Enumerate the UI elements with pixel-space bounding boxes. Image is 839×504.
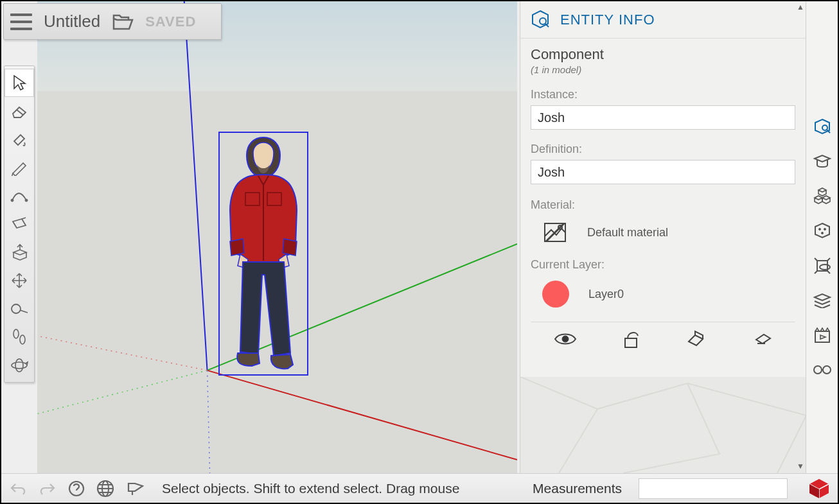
svg-point-22 (822, 125, 827, 130)
pencil-tool[interactable] (4, 153, 34, 182)
svg-point-23 (818, 229, 820, 230)
panel-scroll-up-icon[interactable]: ▲ (795, 3, 806, 12)
material-name: Default material (587, 226, 668, 239)
layer-label: Current Layer: (531, 258, 795, 272)
panel-footer (520, 377, 806, 473)
status-hint: Select objects. Shift to extend select. … (162, 481, 459, 496)
svg-rect-21 (625, 338, 637, 347)
svg-point-14 (15, 359, 23, 372)
help-icon[interactable] (68, 480, 85, 497)
svg-rect-27 (815, 331, 829, 342)
layer-color-swatch[interactable] (542, 281, 569, 308)
svg-point-12 (13, 329, 19, 338)
svg-point-15 (12, 362, 27, 369)
language-icon[interactable] (96, 480, 114, 498)
figure-josh[interactable] (221, 134, 306, 374)
panel-tabs-rail (806, 1, 838, 473)
material-label: Material: (531, 198, 795, 212)
svg-point-26 (820, 265, 830, 270)
model-viewport[interactable] (37, 1, 517, 473)
move-tool[interactable] (4, 266, 34, 295)
scenes-tab[interactable] (809, 322, 835, 348)
default-material-icon[interactable] (542, 221, 568, 244)
panel-header: ENTITY INFO (520, 1, 806, 39)
title-bar: Untitled SAVED (3, 3, 222, 40)
svg-point-9 (11, 199, 13, 202)
measurements-label: Measurements (533, 481, 622, 496)
saved-indicator: SAVED (145, 13, 196, 30)
menu-icon[interactable] (10, 13, 32, 30)
svg-point-29 (823, 366, 831, 374)
status-left (9, 480, 144, 498)
instance-input[interactable] (531, 105, 795, 130)
panel-scroll-down-icon[interactable]: ▼ (795, 462, 806, 471)
svg-point-28 (814, 366, 822, 374)
rectangle-tool[interactable] (4, 210, 34, 238)
instructor-tab[interactable] (809, 149, 835, 175)
svg-point-16 (540, 18, 546, 24)
layers-tab[interactable] (809, 288, 835, 313)
entity-info-icon (529, 9, 551, 31)
svg-point-24 (824, 229, 826, 230)
walk-tool[interactable] (4, 323, 34, 351)
tool-palette (4, 65, 35, 383)
shadows-cast-icon[interactable] (752, 331, 773, 347)
paint-tool[interactable] (4, 125, 34, 153)
shadows-receive-icon[interactable] (686, 330, 707, 348)
components-tab[interactable] (809, 184, 835, 209)
svg-point-11 (12, 304, 21, 313)
definition-input[interactable] (531, 160, 795, 184)
eraser-tool[interactable] (4, 97, 34, 125)
app-root: Untitled SAVED ENTITY INFO Component (1 … (0, 0, 839, 504)
tape-measure-tool[interactable] (4, 295, 34, 323)
display-tab[interactable] (809, 357, 835, 383)
visibility-toggle-icon[interactable] (554, 331, 577, 347)
entity-info-panel: ENTITY INFO Component (1 in model) Insta… (520, 1, 806, 473)
feedback-icon[interactable] (126, 481, 144, 496)
entity-toggles (531, 322, 795, 355)
measurements-input[interactable] (639, 478, 788, 499)
lock-toggle-icon[interactable] (623, 329, 640, 349)
open-file-icon[interactable] (112, 12, 134, 31)
panel-body: Component (1 in model) Instance: Definit… (520, 39, 806, 377)
status-bar: Select objects. Shift to extend select. … (1, 473, 838, 503)
svg-point-25 (821, 232, 823, 234)
svg-point-13 (20, 335, 25, 344)
undo-icon[interactable] (9, 482, 27, 496)
definition-label: Definition: (531, 143, 795, 156)
svg-point-20 (562, 336, 569, 342)
entity-type: Component (531, 46, 795, 63)
redo-icon[interactable] (39, 482, 57, 496)
entity-info-tab[interactable] (809, 114, 835, 140)
pushpull-tool[interactable] (4, 238, 34, 266)
svg-point-10 (25, 199, 28, 202)
arc-tool[interactable] (4, 182, 34, 210)
layer-name: Layer0 (588, 288, 624, 301)
document-title: Untitled (44, 12, 100, 31)
materials-tab[interactable] (809, 218, 835, 244)
panel-title: ENTITY INFO (560, 12, 655, 28)
entity-count: (1 in model) (531, 64, 795, 75)
orbit-tool[interactable] (4, 351, 34, 379)
instance-label: Instance: (531, 88, 795, 101)
sketchup-logo-icon[interactable] (808, 478, 830, 500)
select-tool[interactable] (4, 69, 34, 97)
styles-tab[interactable] (809, 253, 835, 279)
